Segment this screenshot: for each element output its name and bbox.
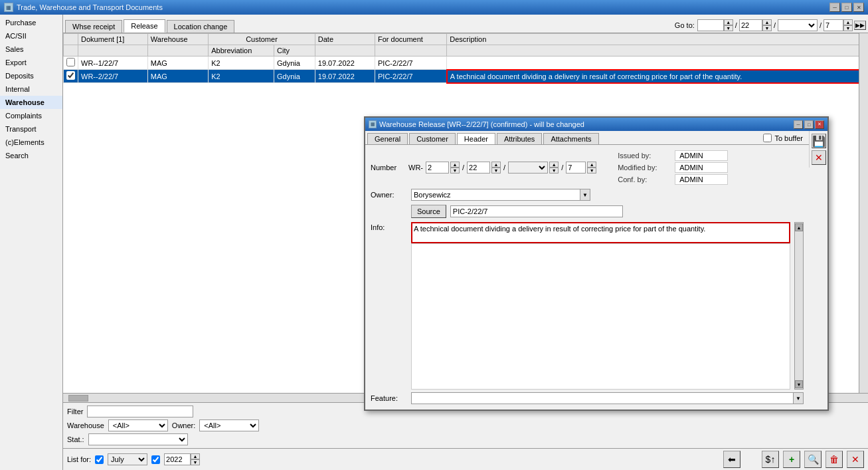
modified-value: ADMIN xyxy=(675,162,728,173)
num-dn3[interactable]: ▼ xyxy=(549,168,559,174)
info-scroll-up[interactable]: ▲ xyxy=(795,223,803,231)
modal-right-buttons: 💾 ✕ xyxy=(809,131,827,168)
number-select3[interactable] xyxy=(508,162,548,174)
owner-input[interactable] xyxy=(411,189,590,201)
number-val4[interactable] xyxy=(566,162,586,174)
num-up1[interactable]: ▲ xyxy=(450,162,460,168)
feature-input[interactable] xyxy=(411,392,804,404)
modified-label: Modified by: xyxy=(618,164,671,172)
info-label: Info: xyxy=(371,222,407,390)
modal-close[interactable]: ✕ xyxy=(815,120,824,129)
num-up3[interactable]: ▲ xyxy=(549,162,559,168)
source-input[interactable] xyxy=(450,205,623,217)
owner-row: Owner: ▼ xyxy=(371,189,804,201)
modal-tab-attributes[interactable]: Attributes xyxy=(497,133,542,144)
issued-row: Issued by: ADMIN xyxy=(618,150,728,161)
modal-overlay: ▦ Warehouse Release [WR--2/22/7] (confir… xyxy=(0,0,868,470)
info-scrollbar[interactable]: ▲ ▼ xyxy=(794,222,804,390)
number-label: Number xyxy=(371,164,407,172)
modal-cancel-btn[interactable]: ✕ xyxy=(812,150,826,165)
issued-value: ADMIN xyxy=(675,150,728,161)
modal-save-btn[interactable]: 💾 xyxy=(812,134,826,148)
num-dn4[interactable]: ▼ xyxy=(587,168,596,174)
info-section: Info: A technical document dividing a de… xyxy=(371,222,804,390)
issued-label: Issued by: xyxy=(618,152,671,160)
modal-tab-header[interactable]: Header xyxy=(457,133,495,144)
modal-title-bar: ▦ Warehouse Release [WR--2/22/7] (confir… xyxy=(365,118,827,131)
conf-row: Conf. by: ADMIN xyxy=(618,174,728,185)
num-dn1[interactable]: ▼ xyxy=(450,168,460,174)
number-val1[interactable] xyxy=(426,162,449,174)
to-buffer-label: To buffer xyxy=(774,134,803,142)
conf-label: Conf. by: xyxy=(618,176,671,183)
to-buffer-section: To buffer xyxy=(763,134,803,142)
source-button[interactable]: Source xyxy=(411,205,446,218)
modal-window: ▦ Warehouse Release [WR--2/22/7] (confir… xyxy=(364,116,829,411)
feature-row: Feature: ▼ xyxy=(371,392,804,404)
owner-label: Owner: xyxy=(371,191,407,199)
number-prefix: WR- xyxy=(408,164,423,172)
modal-tab-attachments[interactable]: Attachments xyxy=(543,133,598,144)
modal-maximize[interactable]: □ xyxy=(804,120,814,129)
info-scroll-dn[interactable]: ▼ xyxy=(795,380,803,388)
feature-dropdown-btn[interactable]: ▼ xyxy=(793,392,804,404)
modal-icon: ▦ xyxy=(369,120,377,128)
conf-value: ADMIN xyxy=(675,174,728,185)
modal-content: Number WR- ▲▼ / ▲▼ / ▲▼ / ▲▼ Issued by: xyxy=(365,145,809,410)
modal-minimize[interactable]: ─ xyxy=(794,120,803,129)
modal-tab-general[interactable]: General xyxy=(367,133,408,144)
num-up2[interactable]: ▲ xyxy=(491,162,501,168)
to-buffer-checkbox[interactable] xyxy=(763,134,772,142)
num-dn2[interactable]: ▼ xyxy=(491,168,501,174)
source-row: Source xyxy=(371,205,804,218)
feature-label: Feature: xyxy=(371,394,407,402)
num-up4[interactable]: ▲ xyxy=(587,162,596,168)
number-val2[interactable] xyxy=(467,162,490,174)
info-extra-area xyxy=(411,243,790,390)
modal-title: Warehouse Release [WR--2/22/7] (confirme… xyxy=(379,120,794,128)
modal-tab-customer[interactable]: Customer xyxy=(409,133,456,144)
owner-dropdown-btn[interactable]: ▼ xyxy=(580,189,590,201)
modified-row: Modified by: ADMIN xyxy=(618,162,728,173)
info-textarea[interactable]: A technical document dividing a delivery… xyxy=(411,222,790,243)
